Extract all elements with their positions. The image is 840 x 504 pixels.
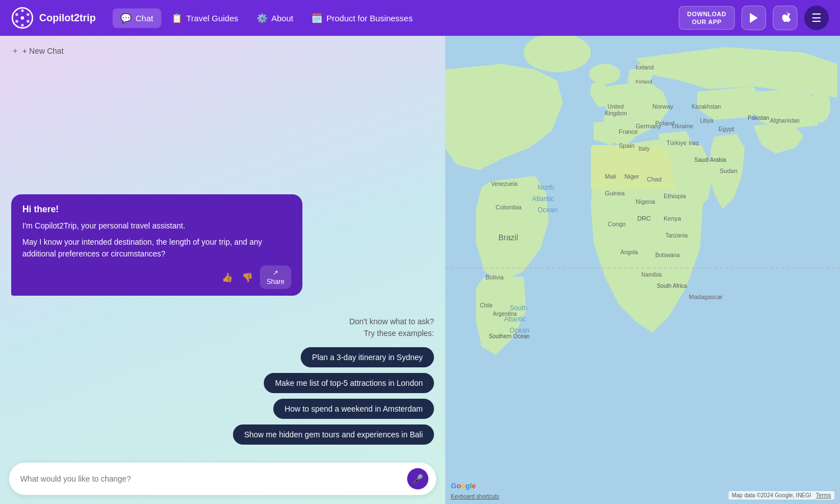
svg-text:Tanzania: Tanzania [665,232,688,239]
nav-chat-label: Chat [136,13,153,23]
thumbs-up-icon: 👍 [222,272,233,283]
svg-text:Iceland: Iceland [636,64,654,71]
nav-product-label: Product for Businesses [326,13,413,23]
suggestions-line2: Try these examples: [349,328,434,339]
nav-chat[interactable]: 💬 Chat [113,8,161,28]
suggestion-sydney[interactable]: Plan a 3-day itinerary in Sydney [301,347,434,367]
chat-input-area: 🎤 [0,456,445,504]
suggestions-area: Don't know what to ask? Try these exampl… [0,316,445,456]
suggestions-header: Don't know what to ask? Try these exampl… [349,316,434,339]
new-chat-button[interactable]: ＋ + New Chat [11,46,64,56]
thumbs-down-icon: 👎 [242,272,253,283]
svg-text:Sudan: Sudan [720,167,738,174]
svg-point-15 [810,89,830,123]
svg-text:Kenya: Kenya [664,215,682,222]
world-map: Venezuela Colombia Brazil Bolivia Chile … [445,36,840,504]
svg-text:DRC: DRC [637,215,651,222]
nav-travel-guides-label: Travel Guides [186,13,239,23]
header-right: DOWNLOAD OUR APP ☰ [679,6,829,30]
svg-text:Saudi Arabia: Saudi Arabia [694,157,726,163]
google-play-button[interactable] [741,6,766,30]
nav-product-for-businesses[interactable]: 🗓️ Product for Businesses [304,8,421,28]
product-icon: 🗓️ [311,13,323,24]
svg-text:Norway: Norway [652,103,674,110]
download-app-button[interactable]: DOWNLOAD OUR APP [679,6,735,30]
svg-text:Pakistan: Pakistan [748,115,769,121]
svg-text:Namibia: Namibia [641,272,662,278]
chat-input-wrapper: 🎤 [9,463,436,495]
mic-icon: 🎤 [412,474,423,484]
svg-text:Afghanistan: Afghanistan [770,118,800,124]
svg-text:Spain: Spain [619,142,634,149]
play-store-icon [748,12,760,24]
new-chat-plus-icon: ＋ [11,46,19,56]
svg-text:Iraq: Iraq [689,140,698,146]
svg-text:Guinea: Guinea [605,190,625,197]
svg-text:Ocean: Ocean [538,206,557,214]
menu-icon: ☰ [811,11,822,25]
svg-point-4 [16,20,18,23]
share-icon: ↗ [273,269,278,277]
svg-text:Finland: Finland [636,79,652,85]
share-button[interactable]: ↗ Share [260,265,291,289]
apple-store-button[interactable] [773,6,797,30]
svg-text:Madagascar: Madagascar [689,293,723,300]
download-line2: OUR APP [692,18,721,26]
svg-text:Bolivia: Bolivia [486,274,504,281]
suggestions-line1: Don't know what to ask? [349,316,434,328]
svg-marker-8 [750,13,758,23]
svg-point-5 [27,20,30,23]
svg-text:Nigeria: Nigeria [636,198,656,205]
svg-text:Ethiopia: Ethiopia [664,193,687,199]
logo-text: Copilot2trip [39,12,96,24]
nav-about[interactable]: ⚙️ About [249,8,301,28]
svg-text:South Africa: South Africa [657,283,687,289]
svg-text:UnitedKingdom: UnitedKingdom [605,104,627,116]
svg-text:Türkiye: Türkiye [666,139,687,146]
logo[interactable]: Copilot2trip [11,7,96,29]
chat-panel: ＋ + New Chat Hi there! I'm Copilot2Trip,… [0,36,445,504]
svg-text:Atlantic: Atlantic [532,195,554,203]
svg-text:Brazil: Brazil [498,233,518,242]
svg-point-11 [589,64,620,84]
apple-icon [780,12,791,24]
svg-text:Egypt: Egypt [718,125,734,132]
keyboard-shortcuts-link[interactable]: Keyboard shortcuts [451,493,499,500]
svg-point-13 [590,82,600,99]
svg-text:Mali: Mali [605,173,616,180]
svg-text:Atlantic: Atlantic [504,315,526,323]
svg-text:Niger: Niger [624,173,640,180]
google-logo: Google [451,482,476,490]
chat-messages: Hi there! I'm Copilot2Trip, your persona… [0,36,445,316]
svg-text:Angola: Angola [620,249,638,255]
ai-message-bubble: Hi there! I'm Copilot2Trip, your persona… [11,194,302,296]
svg-text:Congo: Congo [608,221,626,227]
share-label: Share [267,278,284,286]
logo-icon [11,7,34,29]
thumbs-down-button[interactable]: 👎 [240,270,255,285]
nav-travel-guides[interactable]: 📋 Travel Guides [164,8,246,28]
suggestion-bali[interactable]: Show me hidden gem tours and experiences… [233,424,434,445]
nav-about-label: About [272,13,293,23]
svg-point-2 [16,13,18,16]
main-content: ＋ + New Chat Hi there! I'm Copilot2Trip,… [0,36,840,504]
travel-guides-icon: 📋 [171,13,183,24]
thumbs-up-button[interactable]: 👍 [220,270,235,285]
suggestion-london[interactable]: Make me list of top-5 attractions in Lon… [264,373,434,393]
chat-input[interactable] [20,474,407,483]
mic-button[interactable]: 🎤 [407,468,428,489]
map-terms-link[interactable]: Terms [816,492,831,498]
map-data-label: Map data ©2024 Google, INEGI [732,492,811,498]
about-icon: ⚙️ [256,13,268,24]
menu-button[interactable]: ☰ [804,6,829,30]
svg-text:South: South [510,304,527,312]
svg-text:Ukraine: Ukraine [672,123,693,129]
svg-text:Kazakhstan: Kazakhstan [692,104,721,110]
suggestion-amsterdam[interactable]: How to spend a weekend in Amsterdam [273,399,434,419]
svg-text:Chile: Chile [480,302,493,309]
message-actions: 👍 👎 ↗ Share [22,265,291,289]
svg-point-3 [27,13,30,16]
svg-text:Colombia: Colombia [496,204,522,211]
svg-point-7 [21,24,24,27]
svg-text:North: North [538,184,554,192]
